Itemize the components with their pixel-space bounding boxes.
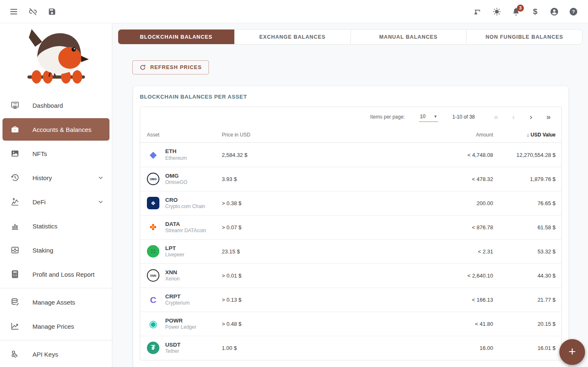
table-pagination: Items per page: 10 ▼ 1-10 of 38 « ‹ › » xyxy=(140,107,561,127)
asset-icon: XNN xyxy=(147,269,159,282)
usd-value: 21.77 $ xyxy=(493,297,556,303)
items-per-page-select[interactable]: 10 ▼ xyxy=(419,112,438,122)
sidebar-item-label: NFTs xyxy=(32,150,47,157)
price-in-usd: 1.00 $ xyxy=(222,345,322,351)
asset-name: Xenon xyxy=(165,276,180,283)
asset-name: Ethereum xyxy=(165,155,187,162)
sidebar-item-api-keys[interactable]: API Keys xyxy=(0,342,112,366)
asset-cell: ✤ DATA Streamr DATAcoin xyxy=(147,221,222,234)
table-row[interactable]: ❖ CRO Crypto.com Chain > 0.38 $ 200.00 7… xyxy=(140,191,561,215)
table-row[interactable]: C CRPT Crypterium > 0.13 $ < 166.13 21.7… xyxy=(140,288,561,312)
tab-manual-balances[interactable]: MANUAL BALANCES xyxy=(350,30,466,44)
sidebar-item-history[interactable]: History xyxy=(0,166,112,190)
asset-symbol: CRPT xyxy=(165,293,190,300)
sidebar-item-label: Staking xyxy=(32,247,53,254)
menu-icon[interactable] xyxy=(6,4,22,20)
sidebar-item-dashboard[interactable]: Dashboard xyxy=(0,93,112,117)
asset-cell: ◉ POWR Power Ledger xyxy=(147,317,222,331)
asset-icon: ❖ xyxy=(147,197,159,209)
table-row[interactable]: OMG OMG OmiseGO 3.93 $ < 478.32 1,879.76… xyxy=(140,167,561,191)
account-icon[interactable] xyxy=(546,4,562,20)
inbox-icon xyxy=(10,245,20,255)
table-row[interactable]: ∷ LPT Livepeer 23.15 $ < 2.31 53.32 $ xyxy=(140,239,561,263)
database-edit-icon xyxy=(10,297,20,307)
link-off-icon[interactable] xyxy=(25,4,41,20)
refresh-prices-button[interactable]: REFRESH PRICES xyxy=(132,60,209,74)
asset-symbol: CRO xyxy=(165,196,205,204)
notification-count-badge: 3 xyxy=(517,5,524,12)
robot-arm-icon[interactable] xyxy=(470,4,486,20)
asset-cell: ❖ CRO Crypto.com Chain xyxy=(147,196,222,210)
sidebar-item-label: History xyxy=(32,174,52,181)
asset-icon: ◆ xyxy=(147,149,159,161)
defi-chart-icon xyxy=(10,197,20,207)
asset-name: Crypto.com Chain xyxy=(165,203,205,210)
header-price-usd[interactable]: Price in USD xyxy=(222,132,322,138)
header-usd-value-label: USD Value xyxy=(531,132,556,138)
add-account-fab[interactable]: + xyxy=(559,339,585,365)
table-row[interactable]: ◉ POWR Power Ledger > 0.48 $ < 41.80 20.… xyxy=(140,312,561,336)
header-asset[interactable]: Asset xyxy=(147,132,222,138)
tab-exchange-balances[interactable]: EXCHANGE BALANCES xyxy=(234,30,350,44)
table-row[interactable]: ✤ DATA Streamr DATAcoin > 0.07 $ < 876.7… xyxy=(140,215,561,239)
asset-symbol: POWR xyxy=(165,317,196,325)
sidebar-item-manage-prices[interactable]: Manage Prices xyxy=(0,314,112,338)
table-header-row: Asset Price in USD Amount ↓ USD Value xyxy=(140,127,561,143)
price-in-usd: 2,584.32 $ xyxy=(222,152,322,158)
price-in-usd: 23.15 $ xyxy=(222,248,322,255)
sidebar-item-label: Accounts & Balances xyxy=(32,126,92,133)
asset-icon: ◉ xyxy=(147,317,159,330)
amount: < 2.31 xyxy=(322,248,493,255)
help-icon[interactable]: ? xyxy=(566,4,581,20)
next-page-button[interactable]: › xyxy=(524,110,538,124)
asset-icon: ✤ xyxy=(147,221,159,233)
table-row[interactable]: ◆ ETH Ethereum 2,584.32 $ < 4,748.08 12,… xyxy=(140,143,561,167)
sort-descending-icon: ↓ xyxy=(526,131,529,138)
asset-labels: USDT Tether xyxy=(165,341,181,355)
usd-value: 53.32 $ xyxy=(493,248,556,255)
header-amount[interactable]: Amount xyxy=(322,132,493,138)
usd-value: 20.15 $ xyxy=(493,321,556,327)
table-row[interactable]: ₮ USDT Tether 1.00 $ 16.00 16.01 $ xyxy=(140,336,561,360)
last-page-button[interactable]: » xyxy=(541,110,556,124)
save-icon[interactable] xyxy=(44,4,60,20)
sidebar-item-staking[interactable]: Staking xyxy=(0,238,112,262)
sidebar: Dashboard Accounts & Balances NFTs Histo… xyxy=(0,23,112,367)
price-in-usd: 3.93 $ xyxy=(222,176,322,182)
asset-name: OmiseGO xyxy=(165,179,187,186)
pagination-arrows: « ‹ › » xyxy=(489,110,556,124)
asset-labels: OMG OmiseGO xyxy=(165,172,187,186)
asset-name: Streamr DATAcoin xyxy=(165,228,206,234)
asset-icon: OMG xyxy=(147,173,159,185)
asset-cell: ◆ ETH Ethereum xyxy=(147,148,222,161)
theme-brightness-icon[interactable] xyxy=(489,4,505,20)
asset-symbol: USDT xyxy=(165,341,181,349)
table-row[interactable]: XNN XNN Xenon > 0.01 $ < 2,640.10 44.30 … xyxy=(140,263,561,288)
asset-symbol: ETH xyxy=(165,148,187,155)
notifications-bell-icon[interactable]: 3 xyxy=(508,4,524,20)
sidebar-item-statistics[interactable]: Statistics xyxy=(0,214,112,238)
asset-labels: CRPT Crypterium xyxy=(165,293,190,307)
dollar-glyph: $ xyxy=(533,7,538,16)
asset-cell: XNN XNN Xenon xyxy=(147,269,222,283)
sidebar-item-defi[interactable]: DeFi xyxy=(0,190,112,214)
sidebar-item-accounts-balances[interactable]: Accounts & Balances xyxy=(2,118,109,141)
previous-page-button[interactable]: ‹ xyxy=(506,110,521,124)
main-content: BLOCKCHAIN BALANCES EXCHANGE BALANCES MA… xyxy=(112,23,588,367)
sidebar-item-profit-loss-report[interactable]: Profit and Loss Report xyxy=(0,262,112,286)
tab-blockchain-balances[interactable]: BLOCKCHAIN BALANCES xyxy=(118,30,234,44)
currency-dollar-icon[interactable]: $ xyxy=(527,4,543,20)
line-chart-icon xyxy=(10,321,20,331)
refresh-prices-label: REFRESH PRICES xyxy=(150,64,202,70)
asset-symbol: OMG xyxy=(165,172,187,180)
usd-value: 16.01 $ xyxy=(493,345,556,351)
sidebar-item-nfts[interactable]: NFTs xyxy=(0,141,112,166)
price-in-usd: > 0.38 $ xyxy=(222,200,322,206)
header-usd-value[interactable]: ↓ USD Value xyxy=(493,131,556,138)
asset-labels: LPT Livepeer xyxy=(165,245,184,258)
price-in-usd: > 0.48 $ xyxy=(222,321,322,327)
first-page-button[interactable]: « xyxy=(489,110,503,124)
tab-non-fungible-balances[interactable]: NON FUNGIBLE BALANCES xyxy=(466,30,582,44)
asset-icon: C xyxy=(147,293,159,306)
sidebar-item-manage-assets[interactable]: Manage Assets xyxy=(0,290,112,314)
